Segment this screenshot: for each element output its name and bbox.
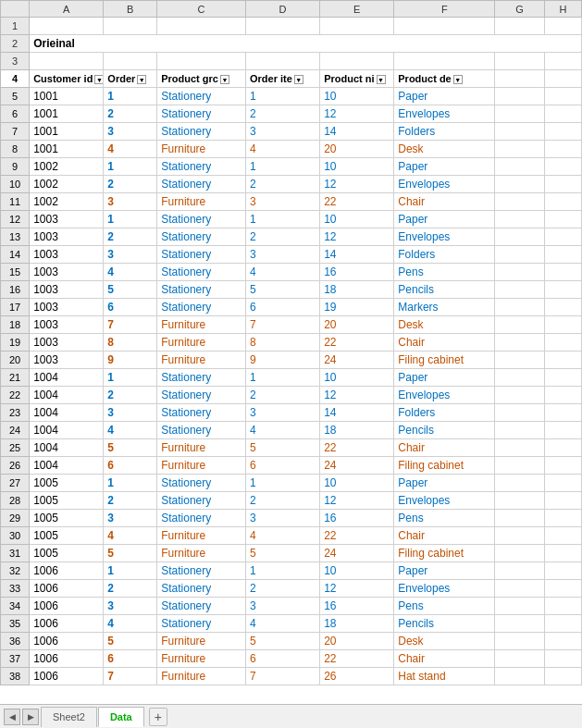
table-row: 1810037Furniture720Desk [1,316,582,334]
tab-bar: ◀ ▶ Sheet2 Data + [0,704,582,728]
cell-g [495,475,544,492]
cell-order-item: 4 [245,527,319,545]
cell-product-group: Stationery [157,598,246,615]
empty-cell [104,53,157,70]
sheet-title-cell: Orieinal [30,35,582,53]
cell-h [544,439,581,457]
cell-g [495,176,544,193]
tab-sheet2[interactable]: Sheet2 [41,707,97,727]
cell-order: 6 [104,650,157,668]
cell-product-group: Stationery [157,422,246,439]
filter-button-c[interactable]: ▼ [220,75,229,84]
col-header-c[interactable]: C [157,1,246,18]
tab-nav-right[interactable]: ▶ [22,709,39,725]
col-header-b[interactable]: B [104,1,157,18]
col-header-d[interactable]: D [245,1,319,18]
cell-order-item: 5 [245,281,319,299]
header-cell-g[interactable] [495,70,544,88]
col-header-e[interactable]: E [320,1,394,18]
cell-g [495,404,544,422]
filter-button-e[interactable]: ▼ [377,75,386,84]
cell-product-group: Stationery [157,211,246,228]
cell-product-desc: Filing cabinet [394,545,495,562]
cell-product-number: 26 [320,668,394,685]
cell-order: 4 [104,264,157,281]
cell-product-desc: Chair [394,439,495,457]
cell-customer-id: 1002 [30,158,104,176]
header-cell-d[interactable]: Order ite▼ [245,70,319,88]
cell-product-number: 12 [320,492,394,510]
cell-customer-id: 1001 [30,105,104,123]
cell-order: 5 [104,281,157,299]
table-row: 3710066Furniture622Chair [1,650,582,668]
filter-button-d[interactable]: ▼ [294,75,303,84]
cell-product-number: 12 [320,176,394,193]
col-header-h[interactable]: H [544,1,581,18]
cell-customer-id: 1001 [30,123,104,141]
header-cell-b[interactable]: Order▼ [104,70,157,88]
filter-button-a[interactable]: ▼ [94,75,103,84]
cell-product-group: Stationery [157,369,246,387]
header-cell-f[interactable]: Product de▼ [394,70,495,88]
table-row: 3610065Furniture520Desk [1,633,582,650]
table-row: 1310032Stationery212Envelopes [1,228,582,246]
cell-h [544,193,581,211]
cell-h [544,141,581,158]
cell-h [544,404,581,422]
header-cell-e[interactable]: Product ni▼ [320,70,394,88]
table-row: 2210042Stationery212Envelopes [1,387,582,404]
cell-customer-id: 1006 [30,598,104,615]
cell-g [495,510,544,527]
cell-h [544,158,581,176]
row-number: 4 [1,70,30,88]
cell-order: 5 [104,439,157,457]
cell-order: 7 [104,316,157,334]
cell-h [544,88,581,105]
cell-order: 3 [104,193,157,211]
header-cell-c[interactable]: Product grc▼ [157,70,246,88]
row-number: 21 [1,369,30,387]
cell-g [495,457,544,475]
cell-customer-id: 1003 [30,281,104,299]
cell-product-number: 12 [320,105,394,123]
cell-h [544,598,581,615]
cell-product-desc: Pencils [394,281,495,299]
cell-product-desc: Folders [394,246,495,264]
filter-button-b[interactable]: ▼ [137,75,146,84]
cell-product-number: 16 [320,510,394,527]
cell-product-desc: Chair [394,527,495,545]
row-number: 27 [1,475,30,492]
cell-product-number: 18 [320,281,394,299]
col-header-g[interactable]: G [495,1,544,18]
cell-customer-id: 1003 [30,246,104,264]
col-header-f[interactable]: F [394,1,495,18]
header-cell-a[interactable]: Customer id▼ [30,70,104,88]
cell-h [544,545,581,562]
cell-order-item: 3 [245,123,319,141]
cell-g [495,246,544,264]
tab-add-button[interactable]: + [149,708,167,726]
cell-g [495,598,544,615]
cell-product-group: Stationery [157,387,246,404]
cell-customer-id: 1006 [30,668,104,685]
cell-order-item: 2 [245,105,319,123]
col-header-a[interactable]: A [30,1,104,18]
cell-product-group: Stationery [157,88,246,105]
header-cell-h[interactable] [544,70,581,88]
cell-h [544,246,581,264]
tab-nav-left[interactable]: ◀ [4,709,20,725]
empty-cell [544,18,581,35]
cell-product-number: 10 [320,211,394,228]
cell-g [495,123,544,141]
cell-product-group: Stationery [157,281,246,299]
filter-button-f[interactable]: ▼ [453,75,463,84]
cell-product-desc: Envelopes [394,176,495,193]
tab-data[interactable]: Data [98,707,144,727]
cell-h [544,352,581,369]
row-number: 18 [1,316,30,334]
row-number: 24 [1,422,30,439]
spreadsheet-table: A B C D E F G H 12Orieinal34Customer id▼… [0,0,582,685]
cell-product-group: Stationery [157,228,246,246]
table-row: 1510034Stationery416Pens [1,264,582,281]
cell-g [495,527,544,545]
